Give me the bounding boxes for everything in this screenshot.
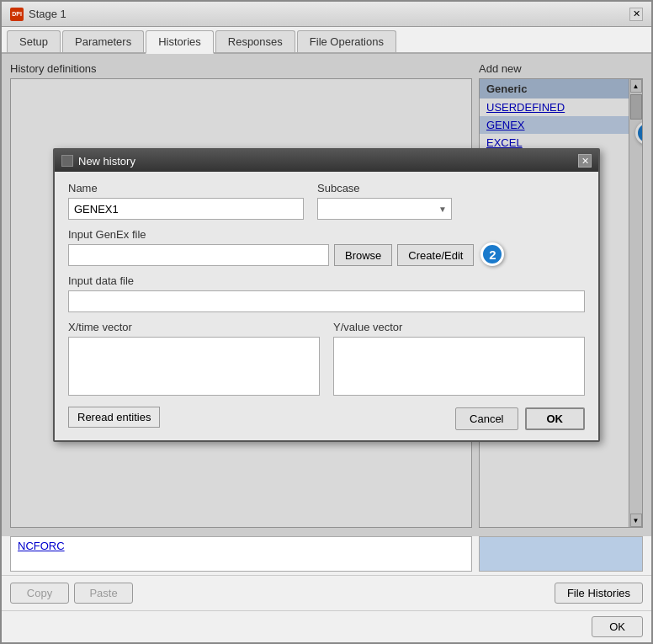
input-genex-label: Input GenEx file bbox=[68, 228, 585, 241]
dialog-icon bbox=[61, 155, 73, 167]
data-file-input[interactable] bbox=[68, 290, 585, 312]
main-ok-button[interactable]: OK bbox=[592, 616, 643, 637]
content-area: History definitions Add new Generic USER… bbox=[2, 54, 651, 536]
tab-histories[interactable]: Histories bbox=[146, 30, 214, 54]
dialog-title: New history bbox=[78, 155, 135, 168]
genex-input-row: Browse Create/Edit 2 bbox=[68, 244, 585, 266]
bottom-left-buttons: Copy Paste bbox=[10, 583, 133, 604]
new-history-dialog: New history ✕ Name Subcase bbox=[53, 148, 600, 442]
name-subcase-row: Name Subcase bbox=[68, 182, 585, 220]
bottom-right-buttons: File Histories bbox=[555, 583, 643, 604]
dialog-bottom-row: Reread entities Cancel OK bbox=[68, 404, 585, 430]
subcase-select-wrapper[interactable] bbox=[317, 198, 452, 220]
ok-button[interactable]: OK bbox=[525, 407, 586, 430]
tab-file-operations[interactable]: File Operations bbox=[297, 30, 396, 52]
main-window: DPI Stage 1 ✕ Setup Parameters Histories… bbox=[0, 0, 653, 644]
subcase-group: Subcase bbox=[317, 182, 452, 220]
title-bar-left: DPI Stage 1 bbox=[10, 8, 66, 21]
reread-entities-button[interactable]: Reread entities bbox=[68, 407, 160, 428]
dialog-title-left: New history bbox=[61, 155, 135, 168]
app-icon: DPI bbox=[10, 8, 24, 21]
subcase-label: Subcase bbox=[317, 182, 452, 194]
list-item-ncforc[interactable]: NCFORC bbox=[11, 537, 471, 555]
x-time-textarea[interactable] bbox=[68, 337, 320, 396]
create-edit-button[interactable]: Create/Edit bbox=[397, 244, 474, 266]
modal-overlay: New history ✕ Name Subcase bbox=[2, 54, 651, 536]
bottom-right-placeholder bbox=[479, 536, 643, 572]
browse-button[interactable]: Browse bbox=[334, 244, 392, 266]
file-histories-button[interactable]: File Histories bbox=[555, 583, 643, 604]
name-group: Name bbox=[68, 182, 304, 220]
title-bar: DPI Stage 1 ✕ bbox=[2, 2, 651, 27]
input-data-label: Input data file bbox=[68, 274, 585, 287]
dialog-close-button[interactable]: ✕ bbox=[578, 154, 592, 168]
dialog-body: Name Subcase bbox=[55, 172, 598, 440]
input-genex-group: Input GenEx file Browse Create/Edit 2 bbox=[68, 228, 585, 266]
x-time-group: X/time vector bbox=[68, 321, 320, 396]
y-value-group: Y/value vector bbox=[333, 321, 585, 396]
vector-row: X/time vector Y/value vector bbox=[68, 321, 585, 396]
dialog-title-bar: New history ✕ bbox=[55, 150, 598, 172]
copy-button[interactable]: Copy bbox=[10, 583, 69, 604]
tab-setup[interactable]: Setup bbox=[7, 30, 61, 52]
close-button[interactable]: ✕ bbox=[629, 8, 643, 21]
genex-file-input[interactable] bbox=[68, 244, 329, 266]
name-input[interactable] bbox=[68, 198, 304, 220]
name-label: Name bbox=[68, 182, 304, 194]
cancel-button[interactable]: Cancel bbox=[455, 407, 518, 430]
tab-responses[interactable]: Responses bbox=[215, 30, 295, 52]
bottom-bar: Copy Paste File Histories bbox=[2, 575, 651, 610]
y-value-textarea[interactable] bbox=[333, 337, 585, 396]
bottom-list-area: NCFORC bbox=[2, 536, 651, 575]
x-time-label: X/time vector bbox=[68, 321, 320, 333]
main-bottom-row: OK bbox=[2, 610, 651, 642]
y-value-label: Y/value vector bbox=[333, 321, 585, 333]
paste-button[interactable]: Paste bbox=[74, 583, 133, 604]
bottom-list: NCFORC bbox=[10, 536, 472, 572]
dialog-button-row: Cancel OK bbox=[455, 404, 585, 430]
subcase-select[interactable] bbox=[317, 198, 452, 220]
tab-parameters[interactable]: Parameters bbox=[62, 30, 144, 52]
annotation-2: 2 bbox=[480, 242, 504, 266]
window-title: Stage 1 bbox=[29, 8, 66, 20]
input-data-group: Input data file bbox=[68, 274, 585, 312]
tab-bar: Setup Parameters Histories Responses Fil… bbox=[2, 27, 651, 54]
